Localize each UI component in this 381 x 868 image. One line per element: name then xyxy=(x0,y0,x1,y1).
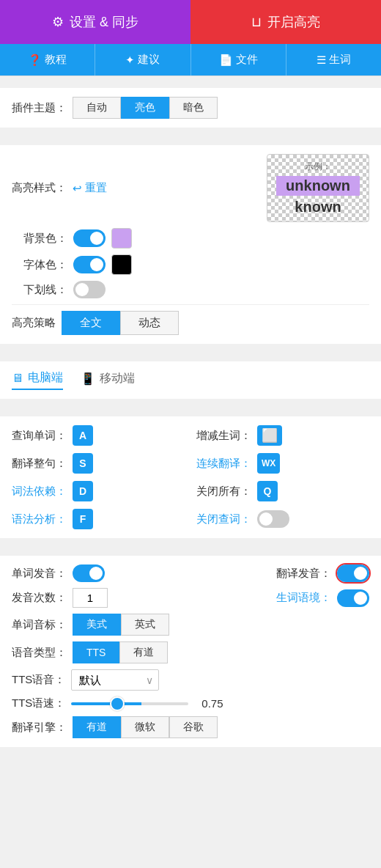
translate-audio-toggle[interactable] xyxy=(337,564,369,582)
add-vocab-label: 增减生词： xyxy=(196,429,251,443)
reset-link[interactable]: ↩ 重置 xyxy=(73,181,107,195)
close-all-key[interactable]: Q xyxy=(257,481,278,501)
repeat-count-input[interactable] xyxy=(73,588,108,608)
tts-speed-row: TTS语速： 0.75 xyxy=(12,696,369,710)
tutorial-icon: ❓ xyxy=(28,54,42,67)
example-label: 示例： xyxy=(276,161,360,173)
add-vocab-key[interactable]: ⬜ xyxy=(257,425,282,446)
nav-file[interactable]: 📄 文件 xyxy=(191,44,286,76)
repeat-count-row: 发音次数： 生词语境： xyxy=(12,588,369,608)
audio-youdao[interactable]: 有道 xyxy=(119,641,168,663)
highlight-example: 示例： unknown known xyxy=(267,154,369,222)
translate-key[interactable]: S xyxy=(73,453,93,474)
theme-light[interactable]: 亮色 xyxy=(121,97,169,119)
underline-label: 下划线： xyxy=(23,283,67,297)
audio-top-row: 单词发音： 翻译发音： xyxy=(12,564,369,582)
text-color-swatch[interactable] xyxy=(111,254,132,275)
tab-mobile[interactable]: 📱 移动端 xyxy=(81,371,135,389)
shortcut-query: 查询单词： A xyxy=(12,425,185,446)
strategy-dynamic[interactable]: 动态 xyxy=(120,311,179,335)
shortcut-translate: 翻译整句： S xyxy=(12,453,185,474)
nav-tutorial[interactable]: ❓ 教程 xyxy=(0,44,95,76)
engine-row: 翻译引擎： 有道 微软 谷歌 xyxy=(12,716,369,738)
theme-auto[interactable]: 自动 xyxy=(73,97,121,119)
desktop-icon: 🖥 xyxy=(12,372,23,385)
text-color-toggle[interactable] xyxy=(73,256,106,273)
shortcuts-section: 查询单词： A 增减生词： ⬜ 翻译整句： S 连续翻译： WX 词法依赖： D… xyxy=(0,416,381,538)
audio-tts[interactable]: TTS xyxy=(73,641,119,663)
engine-microsoft[interactable]: 微软 xyxy=(121,716,169,738)
underline-toggle[interactable] xyxy=(73,281,106,298)
query-label: 查询单词： xyxy=(12,429,67,443)
highlight-label: 开启高亮 xyxy=(267,13,320,31)
underline-row: 下划线： xyxy=(12,281,369,298)
shortcut-close-all: 关闭所有： Q xyxy=(196,481,369,501)
analysis-label: 语法分析： xyxy=(12,512,67,526)
mobile-label: 移动端 xyxy=(100,371,135,386)
phonetic-us[interactable]: 美式 xyxy=(73,614,121,636)
strategy-fulltext[interactable]: 全文 xyxy=(62,311,120,335)
cont-trans-label: 连续翻译： xyxy=(196,457,251,471)
audio-type-row: 语音类型： TTS 有道 xyxy=(12,641,369,663)
word-audio-toggle[interactable] xyxy=(73,564,105,582)
repeat-count-label: 发音次数： xyxy=(12,591,67,605)
phonetic-group: 美式 英式 xyxy=(73,614,169,636)
file-icon: 📄 xyxy=(219,54,233,67)
theme-section: 插件主题： 自动 亮色 暗色 xyxy=(0,88,381,128)
shortcut-close-query: 关闭查词： xyxy=(196,509,369,529)
theme-label: 插件主题： xyxy=(12,101,67,115)
close-query-toggle[interactable] xyxy=(257,510,289,528)
audio-section: 单词发音： 翻译发音： 发音次数： 生词语境： 单词音标： 美式 英式 语音类型… xyxy=(0,556,381,747)
nav-suggest[interactable]: ✦ 建议 xyxy=(95,44,190,76)
bg-color-toggle[interactable] xyxy=(73,229,106,247)
settings-button[interactable]: ⚙ 设置 & 同步 xyxy=(0,0,190,44)
tts-voice-row: TTS语音： 默认 ∨ xyxy=(12,669,369,691)
tab-desktop[interactable]: 🖥 电脑端 xyxy=(12,370,63,390)
highlight-style-row: 高亮样式： ↩ 重置 示例： unknown known xyxy=(12,154,369,222)
highlight-button[interactable]: ⊔ 开启高亮 xyxy=(190,0,381,44)
theme-group: 自动 亮色 暗色 xyxy=(73,97,218,119)
word-audio-label: 单词发音： xyxy=(12,567,67,581)
reset-icon: ↩ xyxy=(73,182,82,195)
tts-speed-slider[interactable] xyxy=(71,702,188,705)
engine-label: 翻译引擎： xyxy=(12,721,67,735)
tts-voice-label: TTS语音： xyxy=(12,673,65,687)
suggest-icon: ✦ xyxy=(125,54,135,67)
grammar-label: 词法依赖： xyxy=(12,485,67,499)
shortcut-grammar: 词法依赖： D xyxy=(12,481,185,501)
desktop-label: 电脑端 xyxy=(28,370,63,386)
cont-trans-key[interactable]: WX xyxy=(257,453,280,474)
strategy-group: 全文 动态 xyxy=(62,311,179,335)
reset-label: 重置 xyxy=(85,181,107,195)
tts-voice-select[interactable]: 默认 xyxy=(71,669,159,691)
bg-color-swatch[interactable] xyxy=(111,228,132,249)
example-unknown: unknown xyxy=(276,176,360,196)
audio-type-label: 语音类型： xyxy=(12,646,67,660)
tts-speed-label: TTS语速： xyxy=(12,696,65,710)
close-query-label: 关闭查词： xyxy=(196,512,251,526)
text-color-label: 字体色： xyxy=(23,258,67,272)
theme-dark[interactable]: 暗色 xyxy=(169,97,218,119)
vocab-context-toggle[interactable] xyxy=(337,589,369,607)
phonetic-uk[interactable]: 英式 xyxy=(121,614,169,636)
vocab-icon: ☰ xyxy=(317,54,326,67)
file-label: 文件 xyxy=(236,53,258,67)
tts-speed-value: 0.75 xyxy=(201,697,223,710)
example-known: known xyxy=(276,199,360,216)
engine-youdao[interactable]: 有道 xyxy=(73,716,121,738)
grammar-key[interactable]: D xyxy=(73,481,93,501)
engine-google[interactable]: 谷歌 xyxy=(169,716,218,738)
suggest-label: 建议 xyxy=(138,53,160,67)
highlight-section: 高亮样式： ↩ 重置 示例： unknown known 背景色： 字体色： xyxy=(0,145,381,344)
engine-group: 有道 微软 谷歌 xyxy=(73,716,218,738)
analysis-key[interactable]: F xyxy=(73,509,93,529)
nav-vocab[interactable]: ☰ 生词 xyxy=(286,44,381,76)
nav-bar: ❓ 教程 ✦ 建议 📄 文件 ☰ 生词 xyxy=(0,44,381,76)
bg-color-row: 背景色： xyxy=(12,228,369,249)
top-buttons: ⚙ 设置 & 同步 ⊔ 开启高亮 xyxy=(0,0,381,44)
settings-icon: ⚙ xyxy=(52,14,64,30)
query-key[interactable]: A xyxy=(73,425,93,446)
translate-audio-label: 翻译发音： xyxy=(276,567,331,581)
vocab-context-label: 生词语境： xyxy=(276,591,331,605)
close-all-label: 关闭所有： xyxy=(196,485,251,499)
